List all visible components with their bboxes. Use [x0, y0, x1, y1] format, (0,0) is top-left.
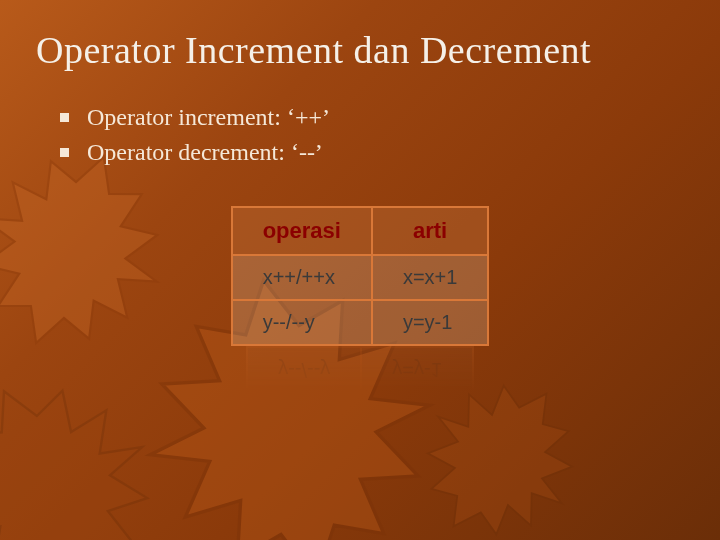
table-cell: y=y-1 — [372, 300, 488, 345]
list-item: Operator decrement: ‘--’ — [60, 139, 684, 166]
table-cell: x=x+1 — [372, 255, 488, 300]
list-item: Operator increment: ‘++’ — [60, 104, 684, 131]
table-reflection: y--/--y y=y-1 — [36, 346, 684, 396]
bullet-icon — [60, 148, 69, 157]
operator-table: operasi arti x++/++x x=x+1 y--/--y y=y-1 — [231, 206, 490, 346]
table-row: y--/--y y=y-1 — [232, 300, 489, 345]
bullet-list: Operator increment: ‘++’ Operator decrem… — [60, 104, 684, 166]
table-header-arti: arti — [372, 207, 488, 255]
bullet-text: Operator increment: ‘++’ — [87, 104, 330, 131]
bullet-icon — [60, 113, 69, 122]
table-header-operasi: operasi — [232, 207, 372, 255]
bullet-text: Operator decrement: ‘--’ — [87, 139, 323, 166]
table-row: x++/++x x=x+1 — [232, 255, 489, 300]
slide-title: Operator Increment dan Decrement — [36, 28, 684, 72]
table-cell: y--/--y — [232, 300, 372, 345]
table-cell: x++/++x — [232, 255, 372, 300]
